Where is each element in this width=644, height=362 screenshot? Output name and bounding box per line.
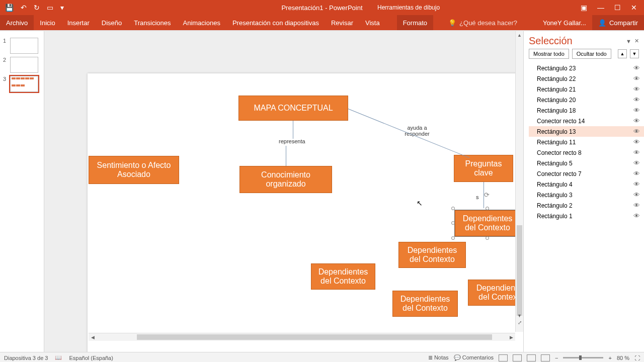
- selection-item[interactable]: Rectángulo 5👁: [529, 158, 644, 168]
- user-name[interactable]: YoneY Gallar...: [537, 19, 592, 27]
- connector[interactable]: [348, 109, 469, 158]
- slide-canvas[interactable]: MAPA CONCEPTUAL Sentimiento o Afecto Aso…: [88, 73, 523, 352]
- tab-home[interactable]: Inicio: [34, 15, 61, 30]
- shape-dep-3[interactable]: Dependientes del Contexto: [311, 263, 375, 290]
- rotate-handle-icon[interactable]: ⟳: [484, 191, 491, 198]
- selection-item[interactable]: Rectángulo 20👁: [529, 95, 644, 105]
- visibility-toggle-icon[interactable]: 👁: [633, 107, 640, 114]
- scroll-down-icon[interactable]: ▼: [516, 312, 523, 320]
- selection-item[interactable]: Rectángulo 22👁: [529, 73, 644, 84]
- tab-format[interactable]: Formato: [397, 15, 433, 30]
- tab-transitions[interactable]: Transiciones: [128, 15, 177, 30]
- tab-review[interactable]: Revisar: [325, 15, 359, 30]
- selection-item[interactable]: Rectángulo 2👁: [529, 200, 644, 211]
- spellcheck-icon[interactable]: 📖: [55, 354, 62, 361]
- zoom-slider[interactable]: [563, 357, 603, 358]
- selection-item[interactable]: Rectángulo 23👁: [529, 63, 644, 73]
- shape-preguntas[interactable]: Preguntas clave: [454, 155, 513, 182]
- pane-dropdown-icon[interactable]: ▼: [626, 38, 631, 44]
- selection-item[interactable]: Conector recto 7👁: [529, 168, 644, 179]
- fit-to-window-icon[interactable]: ⛶: [634, 355, 640, 361]
- slideshow-view-icon[interactable]: [541, 354, 550, 361]
- save-icon[interactable]: 💾: [5, 4, 14, 12]
- connector[interactable]: [484, 182, 484, 208]
- selection-item[interactable]: Conector recto 14👁: [529, 116, 644, 126]
- bring-forward-icon[interactable]: ▲: [618, 49, 627, 58]
- selection-item[interactable]: Rectángulo 18👁: [529, 105, 644, 116]
- scroll-thumb[interactable]: [517, 225, 522, 316]
- slide-thumbnail-1[interactable]: [10, 38, 38, 54]
- selection-item[interactable]: Rectángulo 21👁: [529, 84, 644, 95]
- maximize-icon[interactable]: ☐: [614, 4, 621, 12]
- visibility-toggle-icon[interactable]: 👁: [633, 138, 640, 146]
- visibility-toggle-icon[interactable]: 👁: [633, 212, 640, 220]
- language-indicator[interactable]: Español (España): [69, 355, 113, 361]
- visibility-toggle-icon[interactable]: 👁: [633, 75, 640, 82]
- visibility-toggle-icon[interactable]: 👁: [633, 128, 640, 135]
- undo-icon[interactable]: ↶: [21, 4, 27, 12]
- close-icon[interactable]: ✕: [631, 4, 637, 12]
- tab-view[interactable]: Vista: [359, 15, 386, 30]
- visibility-toggle-icon[interactable]: 👁: [633, 85, 640, 93]
- tab-file[interactable]: Archivo: [0, 15, 34, 30]
- minimize-icon[interactable]: —: [597, 4, 604, 12]
- visibility-toggle-icon[interactable]: 👁: [633, 149, 640, 156]
- ribbon-display-icon[interactable]: ▣: [581, 4, 587, 12]
- selection-item[interactable]: Conector recto 8👁: [529, 147, 644, 158]
- tell-me[interactable]: 💡 ¿Qué desea hacer?: [448, 19, 517, 27]
- vertical-scrollbar[interactable]: ▲ ▼ ⤢: [515, 31, 523, 332]
- qat-more-icon[interactable]: ▾: [60, 4, 64, 12]
- send-backward-icon[interactable]: ▼: [630, 49, 639, 58]
- fit-slide-icon[interactable]: ⤢: [516, 320, 523, 332]
- horizontal-scrollbar[interactable]: ◀ ▶: [89, 333, 515, 341]
- shape-dep-2[interactable]: Dependientes del Contexto: [398, 242, 466, 268]
- visibility-toggle-icon[interactable]: 👁: [633, 202, 640, 209]
- zoom-in-icon[interactable]: +: [608, 355, 611, 361]
- selection-item[interactable]: Rectángulo 3👁: [529, 190, 644, 200]
- reading-view-icon[interactable]: [527, 354, 536, 361]
- thumb-number: 1: [3, 38, 8, 54]
- zoom-out-icon[interactable]: −: [555, 355, 558, 361]
- visibility-toggle-icon[interactable]: 👁: [633, 117, 640, 125]
- slide-editor[interactable]: MAPA CONCEPTUAL Sentimiento o Afecto Aso…: [44, 31, 523, 352]
- visibility-toggle-icon[interactable]: 👁: [633, 180, 640, 188]
- shape-dep-4[interactable]: Dependientes del Contexto: [392, 291, 458, 317]
- start-from-beginning-icon[interactable]: ▭: [47, 4, 53, 12]
- notes-button[interactable]: ≣ Notas: [428, 354, 449, 361]
- connector[interactable]: [293, 121, 293, 139]
- sorter-view-icon[interactable]: [513, 354, 522, 361]
- visibility-toggle-icon[interactable]: 👁: [633, 96, 640, 104]
- comments-button[interactable]: 💬 Comentarios: [454, 354, 494, 361]
- share-button[interactable]: 👤 Compartir: [592, 15, 644, 30]
- tab-slideshow[interactable]: Presentación con diapositivas: [226, 15, 325, 30]
- slide-thumbnail-2[interactable]: [10, 57, 38, 73]
- shape-sentimiento[interactable]: Sentimiento o Afecto Asociado: [89, 156, 179, 184]
- pane-close-icon[interactable]: ✕: [634, 38, 639, 44]
- shape-title[interactable]: MAPA CONCEPTUAL: [238, 96, 348, 121]
- slide-thumbnail-3[interactable]: [10, 76, 38, 92]
- selection-item[interactable]: Rectángulo 4👁: [529, 179, 644, 190]
- visibility-toggle-icon[interactable]: 👁: [633, 159, 640, 167]
- scroll-left-icon[interactable]: ◀: [89, 333, 97, 341]
- scroll-right-icon[interactable]: ▶: [507, 333, 515, 341]
- visibility-toggle-icon[interactable]: 👁: [633, 170, 640, 177]
- selection-item[interactable]: Rectángulo 11👁: [529, 137, 644, 147]
- shape-conocimiento[interactable]: Conocimiento organizado: [239, 166, 332, 193]
- visibility-toggle-icon[interactable]: 👁: [633, 64, 640, 72]
- hide-all-button[interactable]: Ocultar todo: [572, 49, 611, 59]
- selection-item[interactable]: Rectángulo 1👁: [529, 211, 644, 221]
- shape-dep-1[interactable]: Dependientes del Contexto: [455, 210, 520, 236]
- normal-view-icon[interactable]: [499, 354, 508, 361]
- redo-icon[interactable]: ↻: [34, 4, 40, 12]
- connector[interactable]: [286, 146, 286, 166]
- tab-insert[interactable]: Insertar: [61, 15, 96, 30]
- selection-item[interactable]: Rectángulo 13👁: [529, 126, 644, 137]
- show-all-button[interactable]: Mostrar todo: [529, 49, 569, 59]
- slide-counter[interactable]: Diapositiva 3 de 3: [4, 355, 48, 361]
- scroll-thumb[interactable]: [137, 334, 492, 340]
- zoom-level[interactable]: 80 %: [617, 355, 629, 361]
- tab-animations[interactable]: Animaciones: [177, 15, 226, 30]
- scroll-up-icon[interactable]: ▲: [516, 31, 523, 39]
- tab-design[interactable]: Diseño: [96, 15, 128, 30]
- visibility-toggle-icon[interactable]: 👁: [633, 191, 640, 199]
